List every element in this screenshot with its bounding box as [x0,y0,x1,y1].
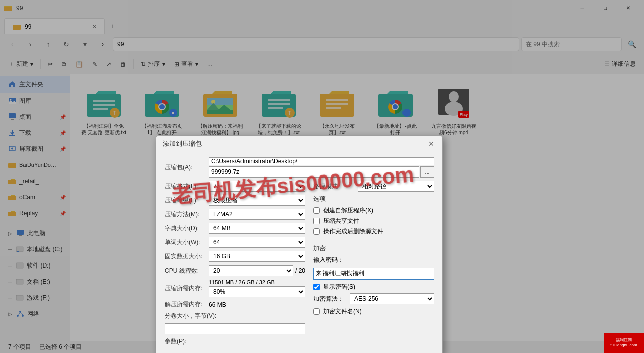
encryption-title: 加密 [313,244,434,253]
split-input-row [165,323,305,334]
options-title: 选项 [313,195,434,203]
archive-row: 压缩包(A): ... [165,157,434,178]
path-mode-label: 路径模式 [313,182,354,191]
show-password-checkbox[interactable] [313,284,320,290]
archive-label: 压缩包(A): [165,163,205,172]
dialog-right: 路径模式 相对路径 选项 创建自解压程序(X) [313,181,434,349]
compress-dialog: 添加到压缩包 ✕ 压缩包(A): ... [156,136,443,353]
self-extract-checkbox[interactable] [313,207,320,214]
opt-delete-row: 操作完成后删除源文件 [313,227,434,236]
method-row: 压缩方法(M): LZMA2 [165,209,305,220]
bottom-logo: 福利江湖fulijianghu.com [604,333,644,353]
archive-path-input[interactable] [209,157,434,165]
cpu-select[interactable]: 20 [209,265,293,276]
params-row: 参数(P): [165,337,305,346]
level-select[interactable]: 极限压缩 [209,195,305,206]
opt-self-extract-row: 创建自解压程序(X) [313,206,434,215]
split-input[interactable] [165,323,305,334]
solid-select[interactable]: 16 GB [209,251,305,262]
method-label: 压缩方法(M): [165,210,205,219]
format-label: 压缩格式(F): [165,182,205,191]
memory-detail: 11501 MB / 26 GB / 32 GB [209,279,305,285]
solid-label: 固实数据大小: [165,252,205,261]
archive-name-input[interactable] [209,166,419,178]
path-mode-select[interactable]: 相对路径 [358,181,434,192]
archive-input-container: ... [209,157,434,178]
path-mode-row: 路径模式 相对路径 [313,181,434,192]
decompress-value: 66 MB [209,301,226,308]
decompress-row: 解压所需内存: 66 MB [165,300,305,309]
opt-shared-row: 压缩共享文件 [313,217,434,225]
split-row: 分卷大小，字节(V): [165,312,305,320]
format-select[interactable]: 7z [209,181,305,192]
algorithm-row: 加密算法： AES-256 [313,293,434,304]
memory-label: 压缩所需内存: [165,284,205,293]
shared-checkbox[interactable] [313,218,320,224]
password-input-row [313,268,434,280]
word-label: 单词大小(W): [165,238,205,247]
show-password-row: 显示密码(S) [313,283,434,291]
split-label: 分卷大小，字节(V): [165,312,216,320]
dialog-close-button[interactable]: ✕ [426,139,436,149]
delete-checkbox[interactable] [313,228,320,235]
word-select[interactable]: 64 [209,237,305,248]
encrypt-filename-checkbox[interactable] [313,308,320,315]
level-label: 压缩等级(L): [165,196,205,205]
password-label: 输入密码： [313,256,344,264]
password-label-row: 输入密码： [313,256,434,264]
encrypt-filename-row: 加密文件名(N) [313,307,434,316]
method-select[interactable]: LZMA2 [209,209,305,220]
dialog-title-bar: 添加到压缩包 ✕ [156,136,442,151]
dialog-left: 压缩格式(F): 7z 压缩等级(L): 极限压缩 压缩方法 [165,181,305,349]
encryption-section: 加密 输入密码： 显示密码(S) 加密算法： [313,244,434,316]
decompress-label: 解压所需内存: [165,300,205,309]
algorithm-select[interactable]: AES-256 [350,293,434,304]
algorithm-label: 加密算法： [313,295,344,303]
cpu-label: CPU 线程数: [165,267,205,275]
delete-label: 操作完成后删除源文件 [323,227,383,236]
params-label: 参数(P): [165,337,205,346]
browse-button[interactable]: ... [420,166,434,178]
level-row: 压缩等级(L): 极限压缩 [165,195,305,206]
show-password-label: 显示密码(S) [323,283,355,291]
memory-pct-select[interactable]: 80% [209,286,305,297]
options-section: 选项 创建自解压程序(X) 压缩共享文件 操作完成后删除源文件 [313,195,434,236]
dialog-body: 压缩包(A): ... 压缩格式(F [156,151,442,353]
word-row: 单词大小(W): 64 [165,237,305,248]
solid-row: 固实数据大小: 16 GB [165,251,305,262]
cpu-row: CPU 线程数: 20 / 20 [165,265,305,276]
dict-label: 字典大小(D): [165,224,205,233]
dialog-divider [313,240,434,240]
dialog-title: 添加到压缩包 [163,139,426,148]
shared-label: 压缩共享文件 [323,217,359,225]
dict-select[interactable]: 64 MB [209,223,305,234]
cpu-slash: / 20 [295,267,305,274]
dialog-columns: 压缩格式(F): 7z 压缩等级(L): 极限压缩 压缩方法 [165,181,434,349]
format-row: 压缩格式(F): 7z [165,181,305,192]
encrypt-filename-label: 加密文件名(N) [323,307,362,316]
memory-row: 压缩所需内存: 11501 MB / 26 GB / 32 GB 80% [165,279,305,297]
dict-row: 字典大小(D): 64 MB [165,223,305,234]
self-extract-label: 创建自解压程序(X) [323,206,373,215]
password-input[interactable] [313,268,434,280]
dialog-overlay: 添加到压缩包 ✕ 压缩包(A): ... [0,0,644,353]
